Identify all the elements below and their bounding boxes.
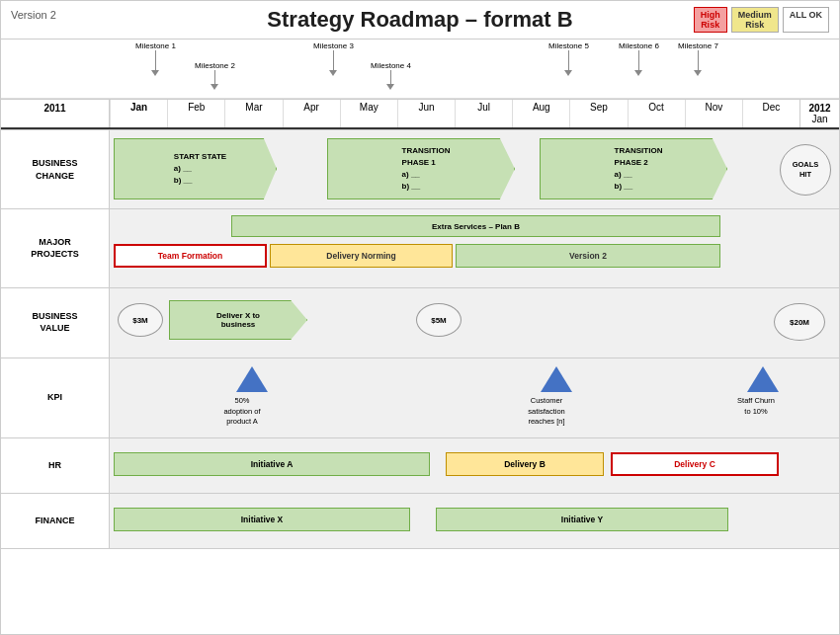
- milestone-1: Milestone 1: [135, 41, 176, 76]
- delivery-norming-bar: Delivery Norming: [270, 244, 453, 268]
- month-aug: Aug: [512, 100, 569, 127]
- bv-3m-oval: $3M: [118, 303, 163, 337]
- milestones-row: Milestone 1 Milestone 2 Milestone 3 Mi: [1, 40, 839, 99]
- milestone-5: Milestone 5: [548, 41, 589, 76]
- milestone-2: Milestone 2: [195, 61, 235, 90]
- major-projects-section: MAJORPROJECTS Extra Services – Plan B Te…: [1, 209, 839, 288]
- business-value-content: $3M Deliver X tobusiness $5M $20M: [110, 288, 839, 357]
- header: Version 2 Strategy Roadmap – format B Hi…: [1, 1, 839, 39]
- transition-phase1-shape: TRANSITIONPHASE 1a) __b) __: [327, 138, 515, 199]
- goals-hit-shape: GOALSHIT: [780, 144, 831, 196]
- business-change-section: BUSINESSCHANGE START STATEa) __b) __ TRA…: [1, 130, 839, 209]
- hr-delivery-c-bar: Delivery C: [611, 452, 779, 476]
- legend-all-ok: ALL OK: [783, 7, 829, 33]
- month-oct: Oct: [628, 100, 685, 127]
- hr-section: HR Initiative A Delivery B Delivery C: [1, 438, 839, 494]
- team-formation-bar: Team Formation: [114, 244, 267, 268]
- business-change-label: BUSINESSCHANGE: [1, 130, 110, 208]
- month-sep: Sep: [569, 100, 627, 127]
- month-dec: Dec: [742, 100, 799, 127]
- business-value-label: BUSINESSVALUE: [1, 288, 110, 357]
- milestone-6: Milestone 6: [619, 41, 659, 76]
- kpi-triangle-3: Staff Churnto 10%: [740, 366, 786, 417]
- version2-bar: Version 2: [456, 244, 720, 268]
- business-value-section: BUSINESSVALUE $3M Deliver X tobusiness $…: [1, 288, 839, 358]
- strategy-roadmap-page: Version 2 Strategy Roadmap – format B Hi…: [0, 0, 840, 635]
- month-may: May: [340, 100, 397, 127]
- legend: HighRisk MediumRisk ALL OK: [694, 7, 829, 33]
- kpi-content: 50%adoption ofproduct A Customersatisfac…: [110, 358, 839, 437]
- transition-phase2-shape: TRANSITIONPHASE 2a) __b) __: [540, 138, 727, 199]
- legend-medium-risk: MediumRisk: [731, 7, 779, 33]
- finance-content: Initiative X Initiative Y: [110, 494, 839, 548]
- month-feb: Feb: [167, 100, 224, 127]
- finance-initiative-y-bar: Initiative Y: [436, 508, 728, 531]
- finance-label: FINANCE: [1, 494, 110, 548]
- month-nov: Nov: [685, 100, 742, 127]
- month-jan: Jan: [110, 100, 167, 127]
- finance-section: FINANCE Initiative X Initiative Y: [1, 494, 839, 549]
- hr-initiative-a-bar: Initiative A: [114, 452, 430, 476]
- major-projects-content: Extra Services – Plan B Team Formation D…: [110, 209, 839, 287]
- milestone-3: Milestone 3: [313, 41, 354, 76]
- finance-initiative-x-bar: Initiative X: [114, 508, 410, 531]
- months-row: 2011 Jan Feb Mar Apr May Jun Jul Aug Sep…: [1, 99, 839, 129]
- hr-content: Initiative A Delivery B Delivery C: [110, 438, 839, 493]
- month-mar: Mar: [224, 100, 282, 127]
- month-jun: Jun: [397, 100, 455, 127]
- milestone-4: Milestone 4: [371, 61, 411, 90]
- kpi-label: KPI: [1, 358, 110, 437]
- business-change-content: START STATEa) __b) __ TRANSITIONPHASE 1a…: [110, 130, 839, 208]
- months-container: Jan Feb Mar Apr May Jun Jul Aug Sep Oct …: [110, 100, 799, 127]
- major-projects-label: MAJORPROJECTS: [1, 209, 110, 287]
- milestone-7: Milestone 7: [678, 41, 718, 76]
- bv-20m-oval: $20M: [774, 303, 825, 341]
- hr-label: HR: [1, 438, 110, 493]
- hr-delivery-b-bar: Delivery B: [446, 452, 604, 476]
- month-apr: Apr: [283, 100, 340, 127]
- year-2012: 2012Jan: [799, 100, 839, 127]
- legend-high-risk: HighRisk: [694, 7, 727, 33]
- timeline-header: Milestone 1 Milestone 2 Milestone 3 Mi: [1, 39, 839, 130]
- kpi-triangle-1: 50%adoption ofproduct A: [226, 366, 277, 428]
- start-state-shape: START STATEa) __b) __: [114, 138, 277, 199]
- extra-services-bar: Extra Services – Plan B: [231, 215, 720, 237]
- kpi-triangle-2: Customersatisfactionreaches [n]: [531, 366, 581, 428]
- bv-5m-oval: $5M: [416, 303, 462, 337]
- bv-deliver-x-shape: Deliver X tobusiness: [169, 300, 307, 340]
- kpi-section: KPI 50%adoption ofproduct A Customersati…: [1, 358, 839, 438]
- month-jul: Jul: [455, 100, 512, 127]
- version-label: Version 2: [11, 9, 56, 21]
- year-2011: 2011: [1, 100, 110, 127]
